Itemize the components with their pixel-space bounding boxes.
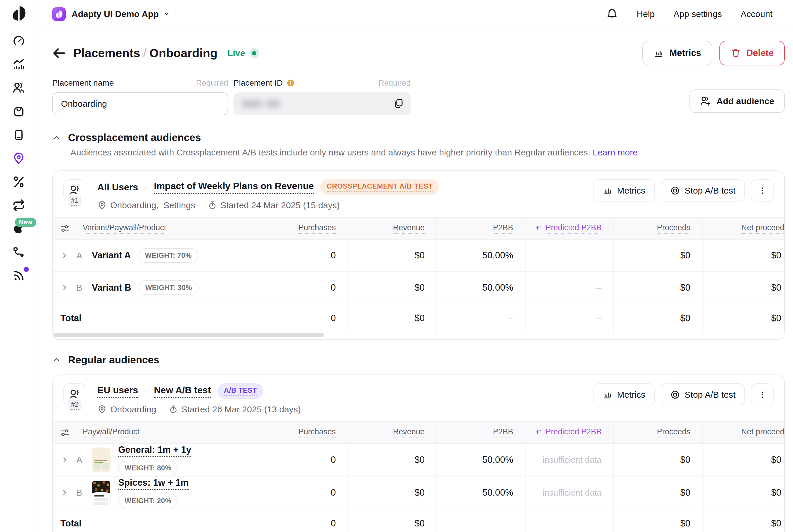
weight-badge: WEIGHT: 70% xyxy=(138,248,198,263)
column-header[interactable]: Proceeds xyxy=(657,223,690,234)
column-header[interactable]: Net proceeds xyxy=(741,427,785,438)
column-header[interactable]: Revenue xyxy=(393,223,425,234)
ab-test-name[interactable]: Impact of Weekly Plans on Revenue xyxy=(154,180,314,194)
campaigns-icon[interactable] xyxy=(12,199,25,212)
delete-button[interactable]: Delete xyxy=(719,41,785,65)
column-header[interactable]: Proceeds xyxy=(657,427,690,438)
crossplacement-ab-test-badge[interactable]: CROSSPLACEMENT A/B TEST xyxy=(320,179,439,195)
paywalls-table: Paywall/Product Purchases Revenue P2BB P… xyxy=(53,421,784,532)
location-pin-icon xyxy=(97,405,107,414)
horizontal-scrollbar[interactable] xyxy=(53,333,324,337)
column-header[interactable]: Net proceeds xyxy=(741,223,785,234)
adapty-logo[interactable] xyxy=(10,5,27,22)
add-audience-button[interactable]: Add audience xyxy=(690,90,785,113)
audience-name: All Users xyxy=(97,182,138,193)
new-badge: New xyxy=(15,217,36,227)
metrics-button[interactable]: Metrics xyxy=(642,41,712,65)
ab-test-badge[interactable]: A/B TEST xyxy=(217,383,263,399)
card-metrics-button[interactable]: Metrics xyxy=(593,179,655,202)
column-header[interactable]: P2BB xyxy=(493,223,513,234)
regular-title: Regular audiences xyxy=(68,354,159,366)
column-header[interactable]: Variant/Paywall/Product xyxy=(83,223,166,234)
notification-dot xyxy=(24,267,29,272)
placement-link[interactable]: Onboarding, xyxy=(110,200,159,210)
column-header[interactable]: Predicted P2BB xyxy=(545,427,601,438)
timer-icon xyxy=(208,201,217,210)
paywall-row: A General: 1m + 1y WEIGHT: 80% 0 $0 50.0… xyxy=(53,444,784,477)
main-content: Placements/Onboarding Live Metrics Delet… xyxy=(38,29,793,532)
app-selector[interactable]: Adapty UI Demo App xyxy=(72,9,159,19)
placement-id-input[interactable] xyxy=(233,92,411,115)
copy-icon[interactable] xyxy=(393,98,404,109)
profiles-icon[interactable] xyxy=(12,81,25,94)
expand-row-icon[interactable] xyxy=(53,444,77,476)
column-header[interactable]: P2BB xyxy=(493,427,513,438)
stop-ab-test-button[interactable]: Stop A/B test xyxy=(661,383,745,406)
crossplacement-description: Audiences associated with Crossplacement… xyxy=(71,148,785,157)
table-settings-icon[interactable] xyxy=(60,224,70,233)
collapse-icon[interactable] xyxy=(52,133,61,142)
paywall-name[interactable]: Spices: 1w + 1m xyxy=(118,477,189,490)
placement-link[interactable]: Onboarding xyxy=(110,404,156,414)
audience-number: #1 xyxy=(68,196,81,207)
sparkle-icon xyxy=(534,428,543,437)
audience-icon xyxy=(68,388,81,401)
warning-icon xyxy=(286,79,295,88)
apple-icon[interactable]: New xyxy=(12,222,25,235)
paywall-name[interactable]: General: 1m + 1y xyxy=(118,444,191,457)
audience-avatar: #2 xyxy=(63,383,86,406)
placement-name-input[interactable]: Onboarding xyxy=(52,92,228,115)
variant-name: Variant A xyxy=(92,250,131,261)
audience-avatar: #1 xyxy=(63,179,86,202)
audience-number: #2 xyxy=(68,400,81,411)
crossplacement-section-header: Crossplacement audiences xyxy=(52,132,785,144)
analytics-icon[interactable] xyxy=(12,58,25,71)
table-settings-icon[interactable] xyxy=(60,428,70,438)
paywall-thumbnail xyxy=(92,480,111,505)
notifications-icon[interactable] xyxy=(606,8,618,20)
location-pin-icon xyxy=(97,201,107,210)
card-metrics-button[interactable]: Metrics xyxy=(593,383,655,406)
audience-name[interactable]: EU users xyxy=(97,385,138,398)
help-link[interactable]: Help xyxy=(637,9,655,19)
account-link[interactable]: Account xyxy=(741,9,772,19)
more-options-button[interactable] xyxy=(751,383,774,406)
column-header[interactable]: Paywall/Product xyxy=(83,427,140,438)
app-settings-link[interactable]: App settings xyxy=(673,9,722,19)
chevron-down-icon[interactable] xyxy=(163,10,170,18)
dashboard-icon[interactable] xyxy=(12,35,25,48)
products-icon[interactable] xyxy=(12,105,25,118)
ab-tests-icon[interactable] xyxy=(12,175,25,188)
required-hint: Required xyxy=(378,79,411,88)
stop-ab-test-button[interactable]: Stop A/B test xyxy=(661,179,745,202)
breadcrumb-parent[interactable]: Placements xyxy=(73,46,140,60)
placement-id-label: Placement ID xyxy=(233,78,295,88)
feed-icon[interactable] xyxy=(12,269,25,282)
variant-name: Variant B xyxy=(92,282,131,293)
column-header[interactable]: Purchases xyxy=(298,223,336,234)
back-arrow-icon[interactable] xyxy=(52,46,66,60)
page-title: Onboarding xyxy=(149,46,217,60)
more-options-button[interactable] xyxy=(751,179,774,202)
expand-row-icon[interactable] xyxy=(53,272,77,304)
blurred-id-value xyxy=(241,100,280,107)
column-header[interactable]: Predicted P2BB xyxy=(545,223,601,234)
expand-row-icon[interactable] xyxy=(53,477,77,509)
placements-icon[interactable] xyxy=(12,152,25,165)
placement-name-label: Placement name xyxy=(52,78,114,88)
expand-row-icon[interactable] xyxy=(53,240,77,271)
learn-more-link[interactable]: Learn more xyxy=(593,148,638,157)
breadcrumb: Placements/Onboarding xyxy=(73,46,218,60)
placement-link[interactable]: Settings xyxy=(163,200,195,210)
page-header: Placements/Onboarding Live Metrics Delet… xyxy=(52,41,785,65)
timer-icon xyxy=(169,405,178,414)
integrations-icon[interactable] xyxy=(12,246,25,259)
paywalls-icon[interactable] xyxy=(12,129,25,141)
paywall-thumbnail xyxy=(92,448,111,472)
audience-icon xyxy=(68,184,81,197)
variant-row: BVariant BWEIGHT: 30% 0 $0 50.00% – $0 $… xyxy=(53,272,784,304)
column-header[interactable]: Revenue xyxy=(393,427,425,438)
collapse-icon[interactable] xyxy=(52,356,61,364)
column-header[interactable]: Purchases xyxy=(298,427,336,438)
ab-test-name[interactable]: New A/B test xyxy=(154,385,211,398)
